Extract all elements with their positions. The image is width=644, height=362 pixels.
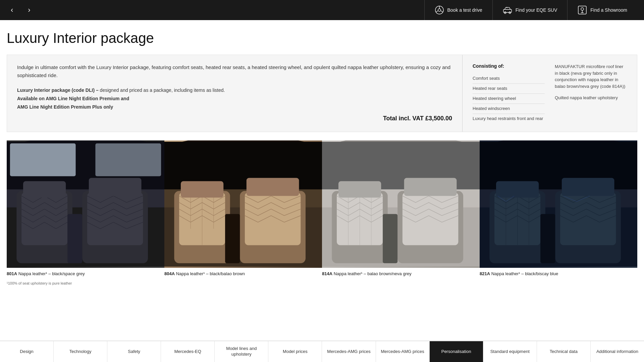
package-code-line: Luxury Interior package (code DLI) – des…	[17, 86, 452, 95]
svg-rect-24	[89, 178, 142, 196]
svg-rect-22	[95, 143, 161, 176]
nav-additional-info[interactable]: Additional information	[591, 341, 644, 362]
availability-line1: Available on AMG Line Night Edition Prem…	[17, 95, 452, 103]
nav-design-label: Design	[20, 349, 33, 355]
car-image-block-801a: 801A Nappa leather¹ – black/space grey	[7, 140, 164, 278]
car-caption-814a: 814A Nappa leather¹ – balao brown/neva g…	[322, 268, 480, 278]
info-right-panel: Consisting of: Comfort seats Heated rear…	[463, 55, 637, 132]
showroom-label: Find a Showroom	[590, 7, 627, 13]
extra-item-2: Quilted nappa leather upholstery	[555, 95, 627, 101]
car-images-grid: 801A Nappa leather¹ – black/space grey	[7, 140, 637, 278]
extra-items-column: MANUFAKTUR microfibre roof liner in blac…	[555, 63, 627, 123]
car-code-804a: 804A	[164, 271, 175, 276]
car-image-814a	[322, 140, 480, 268]
header: ‹ › Book a test drive ? Find your	[0, 0, 644, 20]
car-image-821a	[480, 140, 637, 268]
car-label-804a: Nappa leather¹ – black/balao brown	[176, 271, 245, 276]
nav-technology-label: Technology	[69, 349, 92, 355]
consisting-title: Consisting of:	[473, 63, 545, 69]
car-interior-svg-804a	[164, 140, 322, 268]
car-caption-804a: 804A Nappa leather¹ – black/balao brown	[164, 268, 322, 278]
find-eqe-button[interactable]: ? Find your EQE SUV	[492, 0, 568, 20]
nav-safety-label: Safety	[128, 349, 140, 355]
svg-rect-21	[10, 143, 76, 176]
car-image-804a	[164, 140, 322, 268]
header-actions: Book a test drive ? Find your EQE SUV Fi…	[424, 0, 638, 20]
book-test-drive-button[interactable]: Book a test drive	[424, 0, 492, 20]
svg-rect-23	[23, 181, 66, 198]
nav-technical-data-label: Technical data	[550, 349, 578, 355]
car-code-801a: 801A	[7, 271, 17, 276]
svg-rect-63	[562, 178, 614, 196]
nav-standard-equipment-label: Standard equipment	[490, 349, 530, 355]
nav-standard-equipment[interactable]: Standard equipment	[483, 341, 537, 362]
car-caption-821a: 821A Nappa leather¹ – black/biscay blue	[480, 268, 637, 278]
svg-point-7	[509, 12, 511, 13]
nav-amg-prices-2[interactable]: Mercedes-AMG prices	[376, 341, 430, 362]
nav-technology[interactable]: Technology	[54, 341, 107, 362]
svg-rect-17	[21, 193, 67, 245]
svg-rect-50	[404, 178, 457, 196]
availability-text2: AMG Line Night Edition Premium Plus only	[17, 104, 113, 110]
page-title: Luxury Interior package	[7, 30, 637, 46]
location-icon	[578, 5, 587, 15]
consisting-of-column: Consisting of: Comfort seats Heated rear…	[473, 63, 545, 123]
svg-point-1	[438, 9, 441, 11]
car-image-block-804a: 804A Nappa leather¹ – black/balao brown	[164, 140, 322, 278]
nav-design[interactable]: Design	[0, 341, 54, 362]
nav-technical-data[interactable]: Technical data	[537, 341, 591, 362]
car-label-814a: Nappa leather¹ – balao brown/neva grey	[334, 271, 412, 276]
car-interior-svg-814a	[322, 140, 480, 268]
prev-arrow[interactable]: ‹	[7, 3, 17, 17]
list-item: Luxury head restraints front and rear	[473, 114, 545, 124]
nav-model-lines[interactable]: Model lines and upholstery	[215, 341, 268, 362]
svg-rect-51	[383, 214, 397, 263]
availability-line2: AMG Line Night Edition Premium Plus only	[17, 103, 452, 111]
package-code: Luxury Interior package (code DLI) –	[17, 87, 99, 93]
nav-model-prices-label: Model prices	[283, 349, 308, 355]
package-details: Luxury Interior package (code DLI) – des…	[17, 86, 452, 112]
svg-rect-49	[338, 181, 381, 198]
car-caption-801a: 801A Nappa leather¹ – black/space grey	[7, 268, 164, 278]
package-description: Indulge in ultimate comfort with the Lux…	[17, 63, 452, 79]
nav-personalisation[interactable]: Personalisation	[430, 341, 483, 362]
info-left-panel: Indulge in ultimate comfort with the Lux…	[7, 55, 463, 132]
nav-safety[interactable]: Safety	[107, 341, 161, 362]
nav-amg-prices[interactable]: Mercedes-AMG prices	[322, 341, 376, 362]
svg-point-11	[581, 8, 584, 10]
find-showroom-button[interactable]: Find a Showroom	[567, 0, 637, 20]
nav-personalisation-label: Personalisation	[441, 349, 471, 355]
package-code-rest: designed and priced as a package, includ…	[99, 87, 225, 93]
nav-amg-prices-2-label: Mercedes-AMG prices	[381, 349, 424, 355]
nav-arrows: ‹ ›	[7, 3, 35, 17]
car-interior-svg-801a	[7, 140, 164, 268]
nav-mercedes-eq[interactable]: Mercedes-EQ	[161, 341, 215, 362]
car-icon: ?	[503, 5, 512, 15]
package-price: Total incl. VAT £3,500.00	[383, 115, 452, 122]
svg-rect-38	[225, 214, 240, 263]
car-code-821a: 821A	[480, 271, 490, 276]
extra-item-1: MANUFAKTUR microfibre roof liner in blac…	[555, 63, 627, 89]
car-label-821a: Nappa leather¹ – black/biscay blue	[491, 271, 558, 276]
nav-amg-prices-label: Mercedes-AMG prices	[327, 349, 370, 355]
car-label-801a: Nappa leather¹ – black/space grey	[18, 271, 85, 276]
car-code-814a: 814A	[322, 271, 332, 276]
bottom-nav: Design Technology Safety Mercedes-EQ Mod…	[0, 341, 644, 362]
find-eqe-label: Find your EQE SUV	[516, 7, 557, 13]
steering-wheel-icon	[435, 5, 444, 15]
car-image-block-814a: 814A Nappa leather¹ – balao brown/neva g…	[322, 140, 480, 278]
nav-mercedes-eq-label: Mercedes-EQ	[174, 349, 201, 355]
nav-model-lines-label: Model lines and upholstery	[218, 346, 265, 357]
next-arrow[interactable]: ›	[24, 3, 34, 17]
nav-additional-info-label: Additional information	[596, 349, 638, 355]
info-section: Indulge in ultimate comfort with the Lux…	[7, 55, 637, 132]
list-item: Comfort seats	[473, 74, 545, 84]
svg-point-6	[504, 12, 506, 13]
svg-rect-36	[181, 181, 223, 198]
nav-model-prices[interactable]: Model prices	[268, 341, 322, 362]
car-image-801a	[7, 140, 164, 268]
car-image-block-821a: 821A Nappa leather¹ – black/biscay blue	[480, 140, 637, 278]
list-item: Heated windscreen	[473, 104, 545, 114]
car-interior-svg-821a	[480, 140, 637, 268]
svg-rect-37	[247, 178, 299, 196]
